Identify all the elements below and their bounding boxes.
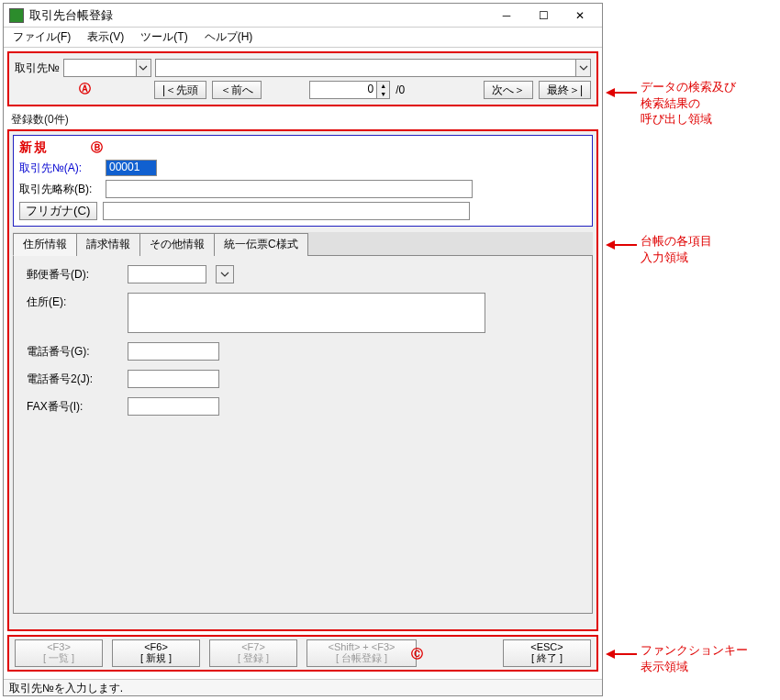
tel2-input[interactable] xyxy=(128,370,219,388)
new-record-tag: 新規 xyxy=(19,139,49,156)
label-tel1: 電話番号(G): xyxy=(27,342,118,360)
window-title: 取引先台帳登録 xyxy=(29,7,488,24)
arrow-icon xyxy=(606,240,615,250)
tab-panel-address: 郵便番号(D): 住所(E): 電話番号(G): xyxy=(13,256,593,614)
menu-view[interactable]: 表示(V) xyxy=(84,28,128,47)
label-torihikisaki-no-a: 取引先№(A): xyxy=(19,161,100,176)
badge-c: Ⓒ xyxy=(411,646,423,662)
torihikisaki-no-input[interactable]: 00001 xyxy=(106,160,157,176)
address-input[interactable] xyxy=(128,293,485,333)
search-nav-area: 取引先№ |＜先頭 ＜前へ xyxy=(7,51,598,106)
app-window: 取引先台帳登録 ─ ☐ ✕ ファイル(F) 表示(V) ツール(T) ヘルプ(H… xyxy=(3,3,603,696)
badge-a: Ⓐ xyxy=(79,81,91,97)
entry-area: 新規 Ⓑ 取引先№(A): 00001 取引先略称(B): フリガナ(C) xyxy=(7,129,598,631)
torihikisaki-name-combo[interactable] xyxy=(155,59,591,77)
function-key-area: <F3> [ 一覧 ] <F6> [ 新規 ] <F7> [ 登録 ] <Shi… xyxy=(7,635,598,672)
fax-input[interactable] xyxy=(128,397,219,416)
menu-file[interactable]: ファイル(F) xyxy=(9,28,74,47)
tab-billing[interactable]: 請求情報 xyxy=(76,233,140,256)
menu-tool[interactable]: ツール(T) xyxy=(137,28,191,47)
fkey-shift-f3-ledger[interactable]: <Shift> + <F3> [ 台帳登録 ] xyxy=(306,639,417,667)
tab-other[interactable]: その他情報 xyxy=(139,233,215,256)
callout-b: 台帳の各項目 入力領域 xyxy=(641,233,712,265)
label-zip: 郵便番号(D): xyxy=(27,265,118,283)
minimize-button[interactable]: ─ xyxy=(488,5,525,27)
last-button[interactable]: 最終＞| xyxy=(539,81,591,99)
callout-a: データの検索及び 検索結果の 呼び出し領域 xyxy=(641,79,736,128)
tel1-input[interactable] xyxy=(128,342,219,361)
callout-connector xyxy=(615,653,637,655)
badge-b: Ⓑ xyxy=(91,139,103,156)
menu-help[interactable]: ヘルプ(H) xyxy=(201,28,257,47)
titlebar: 取引先台帳登録 ─ ☐ ✕ xyxy=(4,4,602,28)
spinner-up-icon[interactable]: ▲ xyxy=(377,82,389,90)
fkey-f3-list[interactable]: <F3> [ 一覧 ] xyxy=(15,639,103,667)
arrow-icon xyxy=(606,88,615,97)
label-fax: FAX番号(I): xyxy=(27,397,118,415)
torihikisaki-no-combo[interactable] xyxy=(63,59,151,77)
furigana-button[interactable]: フリガナ(C) xyxy=(19,202,97,220)
next-button[interactable]: 次へ＞ xyxy=(484,81,533,99)
fkey-f6-new[interactable]: <F6> [ 新規 ] xyxy=(112,639,200,667)
zip-input[interactable] xyxy=(128,265,206,283)
label-tel2: 電話番号2(J): xyxy=(27,370,118,387)
arrow-icon xyxy=(606,650,615,659)
maximize-button[interactable]: ☐ xyxy=(525,5,562,27)
app-icon xyxy=(9,8,24,23)
detail-tabs: 住所情報 請求情報 その他情報 統一伝票C様式 郵便番号(D): 住所(E): xyxy=(13,232,593,614)
prev-button[interactable]: ＜前へ xyxy=(212,81,262,99)
tab-touitsu-c[interactable]: 統一伝票C様式 xyxy=(214,233,308,256)
status-bar: 取引先№を入力します. xyxy=(4,679,602,695)
callout-connector xyxy=(615,244,637,246)
label-ryakusho: 取引先略称(B): xyxy=(19,182,100,197)
spinner-value: 0 xyxy=(310,82,376,98)
callout-connector xyxy=(615,92,637,94)
fkey-esc-exit[interactable]: <ESC> [ 終了 ] xyxy=(503,639,591,667)
zip-lookup-button[interactable] xyxy=(216,265,234,283)
ryakusho-input[interactable] xyxy=(106,180,473,198)
furigana-input[interactable] xyxy=(103,202,470,220)
tab-address[interactable]: 住所情報 xyxy=(13,233,77,256)
chevron-down-icon[interactable] xyxy=(136,60,150,76)
spinner-down-icon[interactable]: ▼ xyxy=(377,90,389,98)
fkey-f7-register[interactable]: <F7> [ 登録 ] xyxy=(209,639,297,667)
close-button[interactable]: ✕ xyxy=(562,5,598,27)
menubar: ファイル(F) 表示(V) ツール(T) ヘルプ(H) xyxy=(4,28,602,48)
first-button[interactable]: |＜先頭 xyxy=(154,81,206,99)
record-spinner[interactable]: 0 ▲▼ xyxy=(309,81,390,99)
callout-c: ファンクションキー 表示領域 xyxy=(641,642,748,674)
chevron-down-icon[interactable] xyxy=(575,60,590,76)
entry-header: 新規 Ⓑ 取引先№(A): 00001 取引先略称(B): フリガナ(C) xyxy=(13,135,593,227)
registration-count: 登録数(0件) xyxy=(11,112,595,128)
label-address: 住所(E): xyxy=(27,293,118,310)
label-torihikisaki-no: 取引先№ xyxy=(15,61,60,76)
record-total: /0 xyxy=(396,83,405,96)
